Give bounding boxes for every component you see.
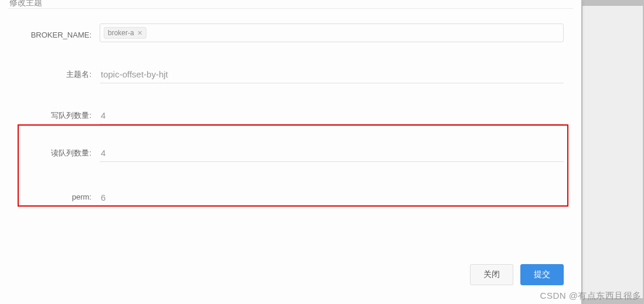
page-background-bar — [581, 0, 644, 304]
row-write-queue: 写队列数量: — [18, 107, 564, 124]
page-background-inner — [582, 6, 643, 298]
row-read-queue: 读队列数量: — [18, 144, 564, 162]
broker-tag-label: broker-a — [108, 29, 134, 37]
label-write-queue: 写队列数量: — [18, 107, 100, 121]
form: BROKER_NAME: broker-a ✕ 主题名: 写队列数量: — [18, 23, 564, 230]
close-button[interactable]: 关闭 — [470, 264, 513, 285]
write-queue-input[interactable] — [100, 107, 564, 124]
modify-topic-modal: 修改主题 BROKER_NAME: broker-a ✕ 主题名: 写队列数量: — [0, 0, 581, 304]
broker-tag[interactable]: broker-a ✕ — [104, 27, 146, 39]
label-topic-name: 主题名: — [18, 66, 100, 80]
broker-name-select[interactable]: broker-a ✕ — [100, 23, 564, 42]
topic-name-input[interactable] — [100, 66, 564, 83]
close-icon[interactable]: ✕ — [137, 30, 142, 36]
label-broker-name: BROKER_NAME: — [18, 23, 100, 39]
read-queue-input[interactable] — [100, 144, 564, 162]
label-perm: perm: — [18, 189, 100, 201]
submit-button[interactable]: 提交 — [520, 264, 564, 285]
label-read-queue: 读队列数量: — [18, 144, 100, 158]
row-broker-name: BROKER_NAME: broker-a ✕ — [18, 23, 564, 42]
perm-input[interactable] — [100, 189, 564, 207]
row-topic-name: 主题名: — [18, 66, 564, 83]
modal-footer: 关闭 提交 — [470, 264, 564, 285]
modal-title: 修改主题 — [9, 0, 42, 8]
modal-divider — [8, 8, 573, 9]
row-perm: perm: — [18, 189, 564, 207]
